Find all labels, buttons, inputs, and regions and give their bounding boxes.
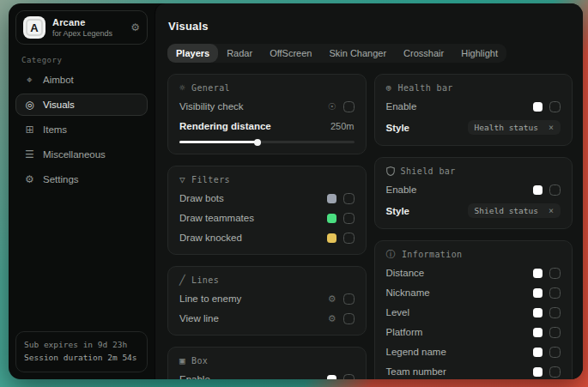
settings-gear-icon[interactable]: ⚙	[130, 22, 140, 33]
distance-checkbox[interactable]	[549, 268, 561, 279]
tab-offscreen[interactable]: OffScreen	[261, 44, 320, 63]
shield-style-row: Style Shield status ×	[386, 203, 561, 218]
draw-bots-checkbox[interactable]	[343, 193, 355, 204]
lines-card: ╱ Lines Line to enemy ⚙ View line ⚙	[167, 266, 367, 336]
info-icon: ⓘ	[386, 250, 396, 259]
health-style-row: Style Health status ×	[386, 120, 561, 135]
nickname-checkbox[interactable]	[549, 287, 561, 299]
tab-players[interactable]: Players	[167, 44, 218, 63]
app-subtitle: for Apex Legends	[52, 29, 124, 38]
tab-crosshair[interactable]: Crosshair	[395, 44, 452, 63]
sidebar-item-settings[interactable]: ⚙ Settings	[15, 168, 148, 190]
sidebar-item-miscellaneous[interactable]: ☰ Miscellaneous	[15, 143, 148, 166]
view-line-row: View line ⚙	[179, 312, 355, 324]
legend-name-checkbox[interactable]	[549, 347, 561, 358]
row-label: Draw bots	[179, 193, 327, 203]
distance-row: Distance	[386, 267, 561, 279]
color-swatch[interactable]	[327, 375, 336, 380]
color-swatch[interactable]	[533, 367, 543, 377]
row-label: Distance	[386, 268, 534, 278]
health-style-select[interactable]: Health status ×	[468, 120, 561, 135]
diagonal-line-icon: ╱	[179, 275, 185, 285]
color-swatch[interactable]	[533, 185, 543, 195]
row-label: View line	[179, 313, 328, 324]
health-enable-checkbox[interactable]	[549, 101, 561, 112]
row-label: Enable	[179, 374, 327, 379]
shield-enable-checkbox[interactable]	[549, 184, 561, 196]
sidebar: A Arcane for Apex Legends ⚙ Category ⌖ A…	[9, 3, 155, 379]
selected-option: Health status	[475, 123, 538, 132]
line-to-enemy-checkbox[interactable]	[343, 293, 355, 305]
color-swatch[interactable]	[533, 328, 543, 337]
tab-highlight[interactable]: Highlight	[452, 44, 506, 63]
app-title-block: Arcane for Apex Legends	[52, 17, 124, 38]
row-label: Level	[386, 307, 534, 317]
gear-icon[interactable]: ⚙	[328, 294, 336, 304]
color-swatch[interactable]	[327, 194, 336, 203]
health-enable-row: Enable	[386, 100, 561, 112]
row-label: Style	[386, 206, 468, 216]
clear-icon[interactable]: ×	[549, 206, 554, 215]
app-window: A Arcane for Apex Legends ⚙ Category ⌖ A…	[9, 3, 583, 379]
row-label: Draw teammates	[179, 213, 327, 223]
level-row: Level	[386, 306, 561, 318]
sidebar-item-items[interactable]: ⊞ Items	[15, 118, 148, 141]
view-line-checkbox[interactable]	[343, 313, 355, 324]
platform-checkbox[interactable]	[549, 327, 561, 338]
card-title: Filters	[191, 175, 230, 184]
shield-style-select[interactable]: Shield status ×	[468, 203, 561, 218]
clear-icon[interactable]: ×	[549, 123, 554, 132]
draw-teammates-checkbox[interactable]	[343, 213, 355, 224]
sub-expiry-text: Sub expires in 9d 23h	[24, 338, 139, 352]
color-swatch[interactable]	[533, 102, 543, 112]
app-logo: A	[23, 16, 45, 39]
filters-card: ▽ Filters Draw bots Draw teammates	[167, 166, 367, 255]
draw-teammates-row: Draw teammates	[179, 212, 355, 224]
tab-radar[interactable]: Radar	[218, 44, 261, 63]
card-title: Lines	[191, 275, 219, 285]
shield-enable-row: Enable	[386, 184, 561, 196]
draw-knocked-checkbox[interactable]	[343, 233, 355, 244]
funnel-icon: ▽	[179, 175, 185, 184]
nickname-row: Nickname	[386, 287, 561, 299]
general-card: ☼ General Visibility check ☉ Rendering d…	[167, 74, 367, 154]
row-label: Draw knocked	[179, 233, 327, 243]
rendering-distance-row: Rendering distance 250m	[179, 120, 355, 132]
color-swatch[interactable]	[327, 233, 336, 243]
gear-icon: ⚙	[24, 174, 35, 184]
row-label: Line to enemy	[179, 293, 328, 304]
color-swatch[interactable]	[533, 308, 543, 317]
right-column: ⊕ Health bar Enable Style Health stat	[374, 74, 573, 379]
box-card: ▣ Box Enable Enable background	[167, 347, 367, 379]
sidebar-item-aimbot[interactable]: ⌖ Aimbot	[15, 69, 148, 91]
color-swatch[interactable]	[533, 269, 543, 278]
color-swatch[interactable]	[533, 288, 543, 298]
rendering-distance-value: 250m	[330, 121, 355, 131]
app-header-card: A Arcane for Apex Legends ⚙	[15, 10, 148, 45]
row-label: Team number	[386, 366, 534, 377]
visibility-check-checkbox[interactable]	[343, 101, 355, 112]
sidebar-item-label: Items	[43, 124, 67, 135]
eye-icon[interactable]: ☉	[328, 102, 336, 112]
level-checkbox[interactable]	[549, 307, 561, 318]
page-title: Visuals	[168, 20, 573, 33]
row-label: Legend name	[386, 347, 534, 357]
sidebar-item-visuals[interactable]: ◎ Visuals	[15, 94, 148, 116]
color-swatch[interactable]	[533, 348, 543, 357]
gear-icon[interactable]: ⚙	[328, 314, 336, 324]
row-label: Nickname	[386, 287, 534, 298]
team-number-checkbox[interactable]	[549, 366, 561, 378]
sun-icon: ☼	[179, 83, 185, 93]
visibility-check-row: Visibility check ☉	[179, 100, 355, 112]
selected-option: Shield status	[475, 206, 538, 215]
sidebar-item-label: Settings	[43, 174, 79, 184]
platform-row: Platform	[386, 326, 561, 338]
session-duration-text: Session duration 2m 54s	[24, 351, 139, 365]
tab-skin-changer[interactable]: Skin Changer	[320, 44, 395, 63]
card-title: Health bar	[398, 83, 453, 93]
rendering-distance-slider[interactable]	[179, 141, 355, 143]
sidebar-item-label: Aimbot	[43, 75, 74, 85]
color-swatch[interactable]	[327, 214, 336, 223]
box-enable-checkbox[interactable]	[343, 374, 355, 380]
row-label: Visibility check	[179, 101, 328, 112]
